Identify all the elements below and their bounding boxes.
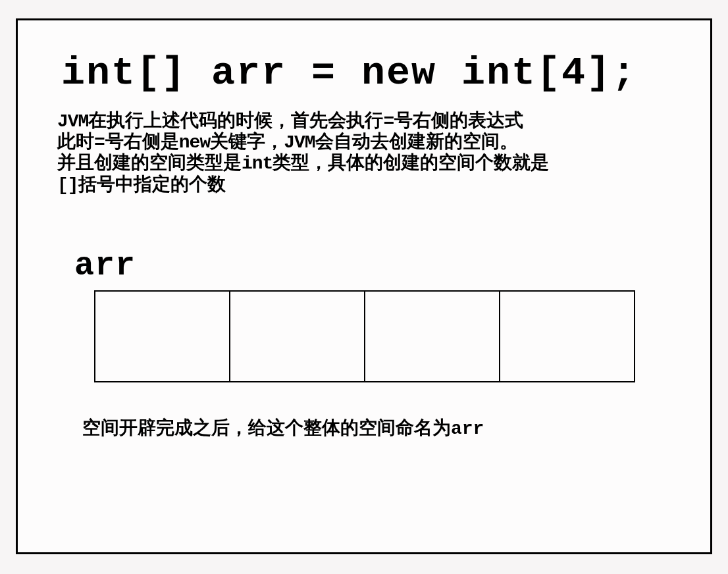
diagram-frame: int[] arr = new int[4]; JVM在执行上述代码的时候，首先… — [16, 18, 712, 554]
exp-line2e: 会自动去创建新的空间。 — [315, 132, 518, 153]
new-keyword: new — [179, 132, 210, 153]
exp-line1: 在执行上述代码的时候，首先会执行=号右侧的表达式 — [88, 111, 523, 132]
array-cell — [94, 290, 230, 382]
array-cell — [499, 290, 635, 382]
exp-line2a: 此时=号右侧是 — [57, 132, 179, 153]
brackets: [] — [57, 175, 78, 196]
naming-note: 空间开辟完成之后，给这个整体的空间命名为arr — [82, 415, 484, 440]
exp-line4b: 括号中指定的个数 — [78, 175, 226, 196]
code-declaration: int[] arr = new int[4]; — [61, 51, 637, 95]
jvm-word-2: JVM — [284, 132, 315, 153]
jvm-word: JVM — [57, 111, 88, 132]
bottom-note-text: 空间开辟完成之后，给这个整体的空间命名为 — [82, 417, 451, 438]
jvm-explanation: JVM在执行上述代码的时候，首先会执行=号右侧的表达式 此时=号右侧是new关键… — [57, 111, 663, 196]
int-keyword: int — [242, 153, 273, 174]
exp-line3c: 类型，具体的创建的空间个数就是 — [273, 153, 549, 174]
exp-line3a: 并且创建的空间类型是 — [57, 153, 242, 174]
array-cell — [364, 290, 500, 382]
array-cell — [229, 290, 365, 382]
arr-identifier: arr — [451, 419, 484, 439]
array-memory-diagram — [94, 290, 635, 382]
exp-line2c: 关键字， — [210, 132, 284, 153]
array-variable-label: arr — [74, 247, 136, 284]
